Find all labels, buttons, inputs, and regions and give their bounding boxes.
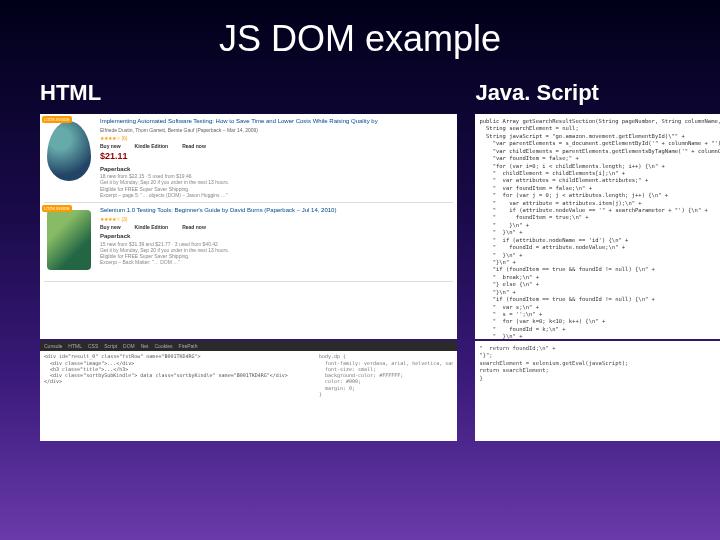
product-title: Implementing Automated Software Testing:… bbox=[100, 118, 453, 126]
product-author: Elfriede Dustin, Thom Garrett, Bernie Ga… bbox=[100, 127, 453, 133]
product-info: Implementing Automated Software Testing:… bbox=[100, 118, 453, 198]
devtab: Console bbox=[44, 343, 62, 349]
excerpt: Excerpt – Back Matter: "… DOM …" bbox=[100, 259, 453, 265]
devtab: FirePath bbox=[179, 343, 198, 349]
devtab: HTML bbox=[68, 343, 82, 349]
left-heading: HTML bbox=[40, 80, 457, 106]
devtools-tabstrip: Console HTML CSS Script DOM Net Cookies … bbox=[40, 341, 457, 351]
opt-kindle: Kindle Edition bbox=[135, 143, 169, 149]
right-heading: Java. Script bbox=[475, 80, 720, 106]
format-label: Paperback bbox=[100, 166, 453, 174]
javascript-code-screenshot: public Array getSearchResultSection(Stri… bbox=[475, 114, 720, 339]
book-thumbnail: LOOK INSIDE bbox=[44, 207, 94, 277]
book-cover-image bbox=[47, 121, 91, 181]
rating-stars: ★★★★☆ (3) bbox=[100, 216, 453, 222]
product-row: LOOK INSIDE Selenium 1.0 Testing Tools: … bbox=[44, 207, 453, 282]
css-rules: body.dp { font-family: verdana, arial, h… bbox=[319, 353, 453, 397]
product-row: LOOK INSIDE Implementing Automated Softw… bbox=[44, 118, 453, 203]
devtab: CSS bbox=[88, 343, 98, 349]
product-info: Selenium 1.0 Testing Tools: Beginner's G… bbox=[100, 207, 453, 277]
opt-buy: Buy new bbox=[100, 224, 121, 230]
book-thumbnail: LOOK INSIDE bbox=[44, 118, 94, 188]
look-inside-badge: LOOK INSIDE bbox=[42, 205, 72, 212]
opt-buy: Buy new bbox=[100, 143, 121, 149]
format-label: Paperback bbox=[100, 233, 453, 241]
purchase-options: Buy new Kindle Edition Read now bbox=[100, 224, 453, 230]
opt-kindle: Kindle Edition bbox=[135, 224, 169, 230]
javascript-code-lower: " return foundId;\n" + "}"; searchElemen… bbox=[475, 341, 720, 441]
left-column: HTML LOOK INSIDE Implementing Automated … bbox=[40, 80, 457, 441]
right-column: Java. Script public Array getSearchResul… bbox=[475, 80, 720, 441]
code-block: public Array getSearchResultSection(Stri… bbox=[479, 118, 720, 339]
html-render-screenshot: LOOK INSIDE Implementing Automated Softw… bbox=[40, 114, 457, 339]
devtools-html-panel: Console HTML CSS Script DOM Net Cookies … bbox=[40, 341, 457, 441]
price: $21.11 bbox=[100, 151, 453, 162]
slide: JS DOM example HTML LOOK INSIDE Implemen… bbox=[0, 0, 720, 540]
opt-read: Read now bbox=[182, 143, 206, 149]
devtab: Script bbox=[104, 343, 117, 349]
html-source: <div id="result_0" class="fstRow" name="… bbox=[44, 353, 453, 397]
dom-tree: <div id="result_0" class="fstRow" name="… bbox=[44, 353, 313, 397]
two-column-layout: HTML LOOK INSIDE Implementing Automated … bbox=[0, 80, 720, 441]
slide-title: JS DOM example bbox=[0, 0, 720, 80]
code-block-continued: " return foundId;\n" + "}"; searchElemen… bbox=[479, 345, 720, 382]
book-cover-image bbox=[47, 210, 91, 270]
devtab: Cookies bbox=[155, 343, 173, 349]
devtab: Net bbox=[141, 343, 149, 349]
rating-stars: ★★★★☆ (6) bbox=[100, 135, 453, 141]
look-inside-badge: LOOK INSIDE bbox=[42, 116, 72, 123]
devtab: DOM bbox=[123, 343, 135, 349]
purchase-options: Buy new Kindle Edition Read now bbox=[100, 143, 453, 149]
opt-read: Read now bbox=[182, 224, 206, 230]
excerpt: Excerpt – page 5: "… objects (DOM) – Jas… bbox=[100, 192, 453, 198]
product-title: Selenium 1.0 Testing Tools: Beginner's G… bbox=[100, 207, 453, 215]
